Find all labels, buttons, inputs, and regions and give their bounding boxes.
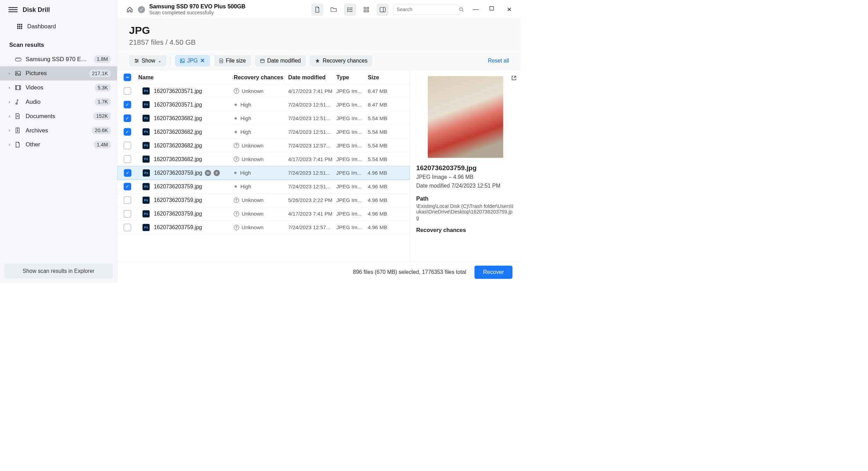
filter-chip-jpg[interactable]: JPG ✕ xyxy=(175,55,210,66)
table-row[interactable]: ✓ Ps 1620736203571.jpg ★High 7/24/2023 1… xyxy=(117,98,410,111)
table-row[interactable]: Ps 1620736203682.jpg ?Unknown 7/24/2023 … xyxy=(117,139,410,152)
row-checkbox[interactable] xyxy=(124,142,131,150)
menu-icon[interactable] xyxy=(8,6,17,14)
sidebar-item-other[interactable]: › Other 1.4M xyxy=(0,138,117,152)
table-row[interactable]: Ps 1620736203571.jpg ?Unknown 4/17/2023 … xyxy=(117,84,410,98)
recovery-cell: ★High xyxy=(233,170,288,176)
ps-icon: Ps xyxy=(143,87,149,94)
table-row[interactable]: Ps 1620736203759.jpg ?Unknown 4/17/2023 … xyxy=(117,207,410,221)
svg-rect-31 xyxy=(490,7,494,10)
recovery-cell: ★High xyxy=(234,129,288,135)
sidebar-item-documents[interactable]: › Documents 152K xyxy=(0,109,117,123)
popout-icon[interactable] xyxy=(511,75,517,81)
table-row[interactable]: ✓ Ps 1620736203682.jpg ★High 7/24/2023 1… xyxy=(117,111,410,125)
film-icon xyxy=(15,85,22,90)
file-name: 1620736203759.jpg xyxy=(154,197,234,204)
table-row[interactable]: Ps 1620736203759.jpg ?Unknown 5/26/2023 … xyxy=(117,194,410,207)
sliders-icon xyxy=(134,59,139,63)
svg-rect-23 xyxy=(364,7,366,9)
filter-bar: Show ⌄ JPG ✕ File size Date modified Rec… xyxy=(117,51,521,71)
column-size[interactable]: Size xyxy=(368,74,403,81)
star-icon: ★ xyxy=(234,102,238,108)
row-checkbox[interactable] xyxy=(124,224,131,231)
filter-chip-recovery-chances[interactable]: Recovery chances xyxy=(310,55,373,66)
view-split-button[interactable] xyxy=(377,3,389,16)
home-icon[interactable] xyxy=(126,6,134,14)
sidebar-item-archives[interactable]: › Archives 20.6K xyxy=(0,123,117,138)
svg-point-46 xyxy=(207,173,209,174)
row-checkbox[interactable]: ✓ xyxy=(124,169,132,177)
drive-name: Samsung SSD 970 EVO Plus 500GB xyxy=(149,3,246,10)
column-name[interactable]: Name↓ xyxy=(138,74,234,81)
svg-rect-26 xyxy=(367,10,369,12)
ps-icon: Ps xyxy=(143,183,149,190)
show-dropdown[interactable]: Show ⌄ xyxy=(129,55,167,66)
filter-chip-date-modified[interactable]: Date modified xyxy=(255,55,306,66)
sidebar-item-label: Other xyxy=(25,141,90,148)
success-badge-icon: ✓ xyxy=(138,6,145,13)
svg-point-35 xyxy=(137,60,138,61)
svg-point-37 xyxy=(136,61,137,63)
recover-button[interactable]: Recover xyxy=(475,266,512,279)
section-label: Scan results xyxy=(0,34,117,52)
show-in-explorer-button[interactable]: Show scan results in Explorer xyxy=(4,263,113,278)
file-name: 1620736203682.jpg xyxy=(154,156,234,162)
row-checkbox[interactable] xyxy=(124,196,131,204)
ps-icon: Ps xyxy=(143,115,149,122)
unknown-icon: ? xyxy=(234,88,239,94)
column-type[interactable]: Type xyxy=(336,74,368,81)
reset-all-link[interactable]: Reset all xyxy=(488,57,509,64)
page-subtitle: 21857 files / 4.50 GB xyxy=(129,38,509,46)
sidebar-item-audio[interactable]: › Audio 1.7K xyxy=(0,95,117,109)
view-grid-button[interactable] xyxy=(360,3,372,16)
date-cell: 4/17/2023 7:41 PM xyxy=(288,211,336,217)
row-checkbox[interactable] xyxy=(124,155,131,163)
type-cell: JPEG Im... xyxy=(336,143,368,148)
svg-rect-4 xyxy=(15,86,20,90)
svg-point-11 xyxy=(16,103,17,104)
row-checkbox[interactable] xyxy=(124,210,131,218)
row-checkbox[interactable]: ✓ xyxy=(124,128,131,136)
page-icon xyxy=(15,142,22,148)
header-checkbox[interactable]: − xyxy=(124,74,131,81)
close-icon[interactable]: ✕ xyxy=(506,6,512,13)
dashboard-link[interactable]: Dashboard xyxy=(0,19,117,34)
svg-point-3 xyxy=(16,72,17,73)
eye-icon[interactable] xyxy=(205,170,211,176)
ps-icon: Ps xyxy=(143,101,149,108)
sidebar-item-videos[interactable]: › Videos 5.3K xyxy=(0,80,117,95)
view-folder-button[interactable] xyxy=(328,3,340,16)
drive-item[interactable]: Samsung SSD 970 EVO... 1.8M xyxy=(0,52,117,66)
maximize-icon[interactable] xyxy=(489,6,496,13)
search-box[interactable] xyxy=(393,5,460,15)
column-recovery[interactable]: Recovery chances xyxy=(234,74,288,81)
close-icon[interactable]: ✕ xyxy=(200,57,205,64)
size-cell: 5.54 MB xyxy=(368,129,403,135)
column-date[interactable]: Date modified xyxy=(288,74,336,81)
search-input[interactable] xyxy=(396,7,459,13)
chevron-right-icon: › xyxy=(8,128,12,133)
table-row[interactable]: Ps 1620736203759.jpg ?Unknown 7/24/2023 … xyxy=(117,221,410,234)
file-name: 1620736203682.jpg xyxy=(154,142,234,149)
table-row[interactable]: Ps 1620736203682.jpg ?Unknown 4/17/2023 … xyxy=(117,152,410,166)
view-list-button[interactable] xyxy=(344,3,356,16)
type-cell: JPEG Im... xyxy=(336,211,368,217)
minimize-icon[interactable]: — xyxy=(473,6,479,13)
sidebar-item-label: Videos xyxy=(25,84,91,91)
filter-chip-file-size[interactable]: File size xyxy=(214,55,251,66)
sidebar-item-pictures[interactable]: › Pictures 217.1K xyxy=(0,66,117,81)
table-row[interactable]: ✓ Ps 1620736203759.jpg# ★High 7/24/2023 … xyxy=(117,166,410,180)
row-checkbox[interactable]: ✓ xyxy=(124,115,131,122)
table-row[interactable]: ✓ Ps 1620736203682.jpg ★High 7/24/2023 1… xyxy=(117,125,410,139)
table-row[interactable]: ✓ Ps 1620736203759.jpg ★High 7/24/2023 1… xyxy=(117,180,410,194)
preview-date: Date modified 7/24/2023 12:51 PM xyxy=(416,183,515,189)
row-checkbox[interactable]: ✓ xyxy=(124,101,131,109)
row-checkbox[interactable]: ✓ xyxy=(124,183,131,190)
hash-icon[interactable]: # xyxy=(213,170,220,176)
type-cell: JPEG Im... xyxy=(336,129,368,135)
file-name: 1620736203571.jpg xyxy=(154,101,234,108)
type-cell: JPEG Im... xyxy=(336,115,368,121)
view-files-button[interactable] xyxy=(311,3,323,16)
row-checkbox[interactable] xyxy=(124,87,131,95)
drive-icon xyxy=(15,57,22,61)
